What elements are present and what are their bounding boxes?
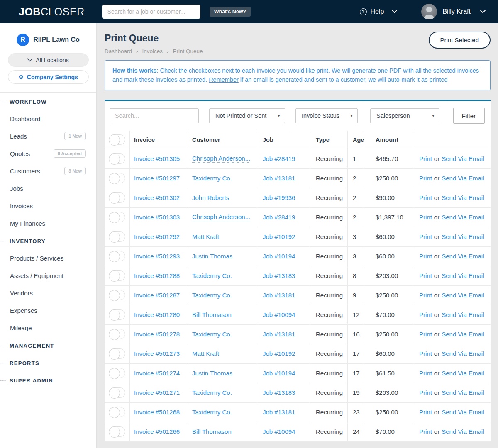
invoice-link[interactable]: Invoice #501266	[134, 428, 180, 435]
row-select-toggle[interactable]	[109, 387, 125, 398]
print-link[interactable]: Print	[419, 389, 432, 396]
invoice-link[interactable]: Invoice #501268	[134, 409, 180, 416]
job-link[interactable]: Job #13183	[263, 389, 295, 396]
invoice-link[interactable]: Invoice #501274	[134, 370, 180, 377]
print-link[interactable]: Print	[419, 194, 432, 201]
row-select-toggle[interactable]	[109, 329, 125, 339]
sidebar-item-quotes[interactable]: Quotes 8 Accepted	[10, 145, 96, 162]
salesperson-select[interactable]: Salesperson ▼	[370, 108, 439, 123]
invoice-link[interactable]: Invoice #501271	[134, 389, 180, 396]
row-select-toggle[interactable]	[109, 231, 125, 242]
help-menu[interactable]: ? Help	[360, 8, 398, 15]
sidebar-item-products-services[interactable]: Products / Services	[10, 249, 96, 267]
customer-link[interactable]: Justin Thomas	[192, 253, 232, 260]
invoice-link[interactable]: Invoice #501288	[134, 272, 180, 279]
job-link[interactable]: Job #10094	[263, 311, 295, 318]
send-email-link[interactable]: Send Via Email	[442, 409, 484, 416]
row-select-toggle[interactable]	[109, 251, 125, 261]
customer-link[interactable]: Taxidermy Co.	[192, 389, 232, 396]
invoice-link[interactable]: Invoice #501292	[134, 233, 180, 240]
print-link[interactable]: Print	[419, 331, 432, 338]
print-link[interactable]: Print	[419, 428, 432, 435]
sidebar-item-assets-equipment[interactable]: Assets / Equipment	[10, 267, 96, 284]
job-link[interactable]: Job #10094	[263, 428, 295, 435]
print-link[interactable]: Print	[419, 233, 432, 240]
job-link[interactable]: Job #13181	[263, 409, 295, 416]
invoice-link[interactable]: Invoice #501303	[134, 214, 180, 221]
job-link[interactable]: Job #13181	[263, 292, 295, 299]
row-select-toggle[interactable]	[109, 270, 125, 281]
row-select-toggle[interactable]	[109, 212, 125, 222]
job-link[interactable]: Job #10192	[263, 350, 295, 357]
sidebar-item-invoices[interactable]: Invoices	[10, 197, 96, 214]
job-link[interactable]: Job #28419	[263, 155, 295, 162]
sidebar-item-customers[interactable]: Customers 3 New	[10, 162, 96, 180]
print-link[interactable]: Print	[419, 155, 432, 162]
print-link[interactable]: Print	[419, 292, 432, 299]
send-email-link[interactable]: Send Via Email	[442, 331, 484, 338]
job-link[interactable]: Job #13183	[263, 272, 295, 279]
send-email-link[interactable]: Send Via Email	[442, 311, 484, 318]
customer-link[interactable]: Justin Thomas	[192, 370, 232, 377]
send-email-link[interactable]: Send Via Email	[442, 370, 484, 377]
row-select-toggle[interactable]	[109, 309, 125, 320]
print-link[interactable]: Print	[419, 311, 432, 318]
invoice-link[interactable]: Invoice #501305	[134, 155, 180, 162]
customer-link[interactable]: Bill Thomason	[192, 428, 232, 435]
sidebar-item-vendors[interactable]: Vendors	[10, 284, 96, 302]
printed-status-select[interactable]: Not Printed or Sent ▼	[209, 108, 285, 123]
select-all-toggle[interactable]	[109, 134, 125, 145]
row-select-toggle[interactable]	[109, 348, 125, 359]
send-email-link[interactable]: Send Via Email	[442, 253, 484, 260]
send-email-link[interactable]: Send Via Email	[442, 155, 484, 162]
breadcrumb-dashboard[interactable]: Dashboard	[105, 48, 132, 54]
invoice-link[interactable]: Invoice #501287	[134, 292, 180, 299]
job-link[interactable]: Job #13181	[263, 175, 295, 182]
user-menu[interactable]: Billy Kraft	[421, 4, 486, 19]
app-logo[interactable]: JOBCLOSER	[19, 6, 85, 18]
job-link[interactable]: Job #13181	[263, 331, 295, 338]
customer-link[interactable]: Chrisoph Anderson...	[192, 213, 250, 221]
customer-link[interactable]: Taxidermy Co.	[192, 175, 232, 182]
customer-link[interactable]: Chrisoph Anderson...	[192, 155, 250, 163]
invoice-link[interactable]: Invoice #501297	[134, 175, 180, 182]
invoice-status-select[interactable]: Invoice Status ▼	[295, 108, 358, 123]
send-email-link[interactable]: Send Via Email	[442, 428, 484, 435]
row-select-toggle[interactable]	[109, 173, 125, 183]
print-link[interactable]: Print	[419, 409, 432, 416]
invoice-link[interactable]: Invoice #501278	[134, 331, 180, 338]
customer-link[interactable]: Taxidermy Co.	[192, 409, 232, 416]
filter-button[interactable]: Filter	[453, 108, 485, 124]
print-selected-button[interactable]: Print Selected	[429, 32, 491, 49]
row-select-toggle[interactable]	[109, 192, 125, 203]
customer-link[interactable]: Matt Kraft	[192, 350, 219, 357]
row-select-toggle[interactable]	[109, 290, 125, 300]
send-email-link[interactable]: Send Via Email	[442, 292, 484, 299]
sidebar-item-my-finances[interactable]: My Finances	[10, 214, 96, 232]
breadcrumb-invoices[interactable]: Invoices	[142, 48, 163, 54]
row-select-toggle[interactable]	[109, 407, 125, 417]
send-email-link[interactable]: Send Via Email	[442, 194, 484, 201]
customer-link[interactable]: Bill Thomason	[192, 311, 232, 318]
locations-dropdown[interactable]: All Locations	[8, 53, 89, 67]
customer-link[interactable]: Matt Kraft	[192, 233, 219, 240]
sidebar-item-leads[interactable]: Leads 1 New	[10, 127, 96, 145]
sidebar-item-mileage[interactable]: Mileage	[10, 319, 96, 336]
row-select-toggle[interactable]	[109, 153, 125, 164]
sidebar-item-jobs[interactable]: Jobs	[10, 180, 96, 197]
whats-new-badge[interactable]: What's New?	[210, 7, 251, 17]
global-search-input[interactable]	[102, 5, 200, 19]
sidebar-item-dashboard[interactable]: Dashboard	[10, 110, 96, 127]
job-link[interactable]: Job #10192	[263, 233, 295, 240]
send-email-link[interactable]: Send Via Email	[442, 389, 484, 396]
sidebar-item-expenses[interactable]: Expenses	[10, 302, 96, 319]
customer-link[interactable]: Taxidermy Co.	[192, 292, 232, 299]
company-settings-button[interactable]: ⚙ Company Settings	[8, 70, 89, 84]
customer-link[interactable]: Taxidermy Co.	[192, 272, 232, 279]
invoice-link[interactable]: Invoice #501280	[134, 311, 180, 318]
send-email-link[interactable]: Send Via Email	[442, 272, 484, 279]
invoice-link[interactable]: Invoice #501293	[134, 253, 180, 260]
print-link[interactable]: Print	[419, 350, 432, 357]
send-email-link[interactable]: Send Via Email	[442, 175, 484, 182]
row-select-toggle[interactable]	[109, 426, 125, 437]
